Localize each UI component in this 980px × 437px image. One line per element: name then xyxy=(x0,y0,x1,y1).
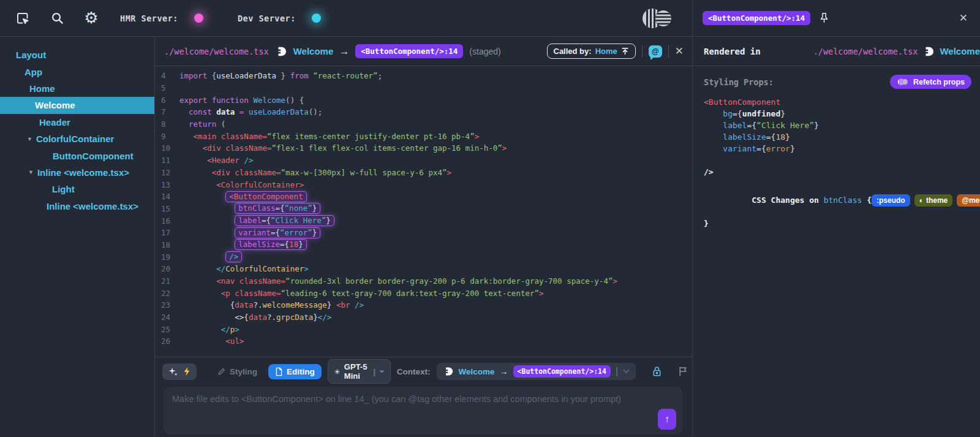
chevron-down-icon xyxy=(380,369,384,374)
component-tree-sidebar: LayoutAppHomeWelcomeHeader▼ColorfulConta… xyxy=(0,37,155,437)
close-code-panel-icon[interactable]: ✕ xyxy=(675,45,684,58)
css-chip-pseudo[interactable]: :pseudo xyxy=(872,194,910,207)
code-line: 22 <p className=“leading-6 text-gray-700… xyxy=(161,287,692,299)
highlighted-prop[interactable]: <ButtonComponent xyxy=(225,191,306,202)
hmr-server-label: HMR Server: xyxy=(120,13,178,23)
line-number: 15 xyxy=(161,204,179,213)
chat-bubble-icon[interactable]: @ xyxy=(649,45,662,58)
highlighted-prop[interactable]: variant={“error”} xyxy=(235,227,320,238)
divider xyxy=(642,45,643,58)
sidebar-item-header[interactable]: Header xyxy=(0,114,154,131)
sidebar-item-light[interactable]: Light xyxy=(0,181,154,197)
code-line: 17 variant={“error”} xyxy=(161,227,692,239)
line-number: 16 xyxy=(161,216,179,226)
highlighted-prop[interactable]: btnClass={“none”} xyxy=(235,203,320,214)
pin-icon[interactable] xyxy=(819,12,829,24)
sidebar-item-buttoncomponent[interactable]: ButtonComponent xyxy=(0,147,154,164)
code-line: 25 </p> xyxy=(161,323,692,335)
sidebar-item-label: Welcome xyxy=(35,100,75,110)
rendered-route[interactable]: Welcome xyxy=(940,46,980,56)
rendered-file-path[interactable]: ./welcome/welcome.tsx xyxy=(813,47,918,56)
line-number: 10 xyxy=(161,143,179,153)
line-number: 12 xyxy=(161,168,179,177)
settings-gear-icon[interactable]: ⚙ xyxy=(81,8,102,29)
sidebar-item-welcome[interactable]: Welcome xyxy=(0,97,154,113)
model-selector[interactable]: GPT-5 Mini | xyxy=(328,359,391,384)
props-panel-body: Styling Props: xyxy=(693,66,980,228)
prompt-section: Styling Editing GPT-5 Mini | xyxy=(155,357,692,437)
sidebar-item-label: ButtonComponent xyxy=(53,151,134,161)
line-number: 22 xyxy=(161,289,179,298)
sidebar-item-label: Light xyxy=(52,184,75,194)
line-number: 20 xyxy=(161,264,179,273)
sidebar-item-inline-welcome-tsx[interactable]: ▼Inline <welcome.tsx> xyxy=(0,164,154,181)
flag-icon[interactable] xyxy=(678,366,688,377)
search-icon[interactable] xyxy=(47,8,67,29)
send-button[interactable]: ↑ xyxy=(658,409,676,430)
code-editor: 4import {useLoaderData } from “react-rou… xyxy=(155,66,692,357)
code-line: 9 <main className=“flex items-center jus… xyxy=(161,130,692,142)
line-number: 21 xyxy=(161,276,179,286)
breadcrumb-component-chip[interactable]: <ButtonComponent/>:14 xyxy=(355,44,463,58)
highlighted-prop[interactable]: /> xyxy=(225,251,242,262)
code-line: 14 <ButtonComponent xyxy=(161,191,692,203)
inspect-element-icon[interactable] xyxy=(12,8,33,29)
sidebar-item-colorfulcontainer[interactable]: ▼ColorfulContainer xyxy=(0,131,154,147)
main-area: LayoutAppHomeWelcomeHeader▼ColorfulConta… xyxy=(0,37,692,437)
refetch-props-button[interactable]: Refetch props xyxy=(890,75,971,89)
called-by-label: Called by: xyxy=(554,47,592,56)
code-line: bg={undfined} xyxy=(704,108,971,120)
sidebar-item-label: App xyxy=(24,67,42,77)
pinned-component-chip[interactable]: <ButtonComponent/>:14 xyxy=(703,11,810,25)
tree-collapse-arrow-icon[interactable]: ▼ xyxy=(28,169,34,175)
lock-context-icon[interactable] xyxy=(652,366,662,377)
sidebar-item-layout[interactable]: Layout xyxy=(0,47,154,63)
code-line: 13 <ColorfulContainer> xyxy=(161,178,692,191)
line-number: 11 xyxy=(161,156,179,165)
code-line: <ButtonComponent xyxy=(704,96,971,108)
code-line: 26 <ul> xyxy=(161,335,692,348)
prompt-textarea[interactable] xyxy=(164,387,682,435)
css-changes-row: CSS Changes on btnClass { :pseudo◐theme@… xyxy=(704,186,971,214)
code-line: 20 </ColorfulContainer> xyxy=(161,263,692,275)
file-path[interactable]: ./welcome/welcome.tsx xyxy=(164,47,269,56)
close-panel-icon[interactable]: ✕ xyxy=(959,12,968,25)
line-number: 4 xyxy=(161,71,179,80)
divider: | xyxy=(616,366,618,377)
sidebar-item-home[interactable]: Home xyxy=(0,80,154,97)
line-number: 17 xyxy=(161,228,179,237)
context-label: Context: xyxy=(397,367,431,376)
code-line: label={“Click Here”} xyxy=(704,120,971,131)
tab-styling[interactable]: Styling xyxy=(213,364,262,379)
context-pill[interactable]: Welcome → <ButtonComponent/>:14 | xyxy=(437,363,636,380)
tree-collapse-arrow-icon[interactable]: ▼ xyxy=(27,136,32,142)
breadcrumb-route[interactable]: Welcome xyxy=(293,46,334,56)
css-class-name: btnClass xyxy=(824,196,862,205)
quick-actions-pill[interactable] xyxy=(162,363,197,380)
highlighted-prop[interactable]: labelSize={18} xyxy=(235,239,306,250)
css-scope-chips: :pseudo◐theme@media xyxy=(872,194,980,207)
called-by-button[interactable]: Called by: Home xyxy=(547,44,636,59)
code-breadcrumb-bar: ./welcome/welcome.tsx Welcome → <ButtonC… xyxy=(155,37,692,66)
code-line: 21 <nav className=“rounded-3xl border bo… xyxy=(161,275,692,287)
route-icon xyxy=(443,367,454,376)
styling-props-code: <ButtonComponent bg={undfined} label={“C… xyxy=(704,96,971,178)
dev-server-status-dot xyxy=(312,13,321,23)
code-line: 15 btnClass={“none”} xyxy=(161,203,692,215)
top-bar: ⚙ HMR Server: Dev Server: xyxy=(0,0,692,37)
divider: | xyxy=(373,367,375,376)
sidebar-item-label: Inline <welcome.tsx> xyxy=(47,201,138,211)
tab-editing[interactable]: Editing xyxy=(268,364,322,379)
line-number: 13 xyxy=(161,180,179,189)
sparkles-icon xyxy=(168,367,178,377)
code-line: /> xyxy=(704,166,971,178)
dev-server-label: Dev Server: xyxy=(238,13,296,23)
model-icon xyxy=(334,367,340,376)
sidebar-item-inline-welcome-tsx[interactable]: Inline <welcome.tsx> xyxy=(0,198,154,215)
line-number: 5 xyxy=(161,83,179,93)
highlighted-prop[interactable]: label={“Click Here”} xyxy=(235,215,334,226)
css-chip-theme[interactable]: ◐theme xyxy=(914,194,953,207)
context-route: Welcome xyxy=(459,367,495,376)
css-chip-media[interactable]: @media xyxy=(957,194,980,207)
sidebar-item-app[interactable]: App xyxy=(0,63,154,80)
